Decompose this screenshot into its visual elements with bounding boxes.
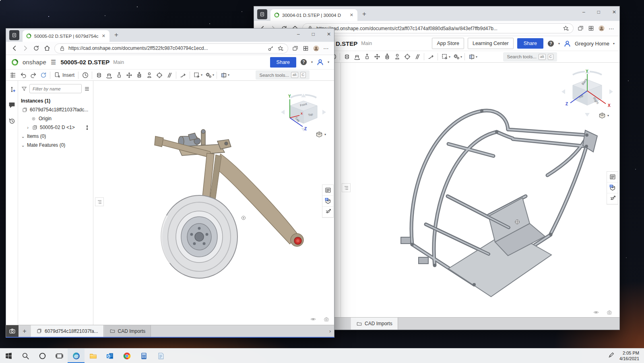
- mate-parallel-icon[interactable]: [164, 70, 174, 80]
- model-viewport[interactable]: Front Left Top Y Z X ▾: [93, 81, 334, 325]
- doc-tab-assembly[interactable]: 6079d754c18ff21037fa...: [31, 325, 104, 337]
- feature-list-icon[interactable]: [322, 185, 333, 196]
- more-icon[interactable]: ⋯: [323, 45, 329, 51]
- tree-item-mate-features[interactable]: ⌄ Mate Features (0): [21, 141, 90, 150]
- notepad-icon[interactable]: [152, 349, 169, 363]
- filter-input[interactable]: [29, 84, 82, 93]
- extensions-icon[interactable]: [588, 25, 594, 32]
- outlook-icon[interactable]: [101, 349, 118, 363]
- browser-tab[interactable]: 30004-01 D.STEP | 30004 D ✕: [270, 9, 357, 21]
- key-icon[interactable]: [267, 45, 274, 52]
- mate-parallel-icon[interactable]: [412, 52, 422, 62]
- animate-icon[interactable]: [80, 70, 90, 80]
- chevron-right-icon[interactable]: ›: [26, 125, 30, 130]
- mate-ball-icon[interactable]: [154, 70, 164, 80]
- comment-icon[interactable]: [7, 100, 17, 110]
- tab-actions-icon[interactable]: [257, 9, 267, 19]
- help-icon[interactable]: ?: [300, 58, 308, 66]
- chevron-down-icon[interactable]: ▾: [311, 60, 313, 64]
- tools-group-icon[interactable]: [203, 70, 213, 80]
- mate-planar-icon[interactable]: [372, 52, 382, 62]
- chevron-down-icon[interactable]: ▾: [328, 60, 329, 64]
- user-avatar-icon[interactable]: [316, 58, 324, 66]
- workspace-name[interactable]: Main: [113, 59, 124, 65]
- camera-icon[interactable]: [6, 325, 19, 337]
- view-options-cube-icon[interactable]: ▾: [598, 112, 609, 119]
- minimize-button[interactable]: –: [297, 31, 300, 37]
- feature-list-icon[interactable]: [607, 172, 618, 183]
- section-group-icon[interactable]: [219, 70, 229, 80]
- units-scale-icon[interactable]: [323, 316, 330, 322]
- more-icon[interactable]: ⋯: [609, 25, 615, 32]
- user-name[interactable]: Gregory Horne: [575, 41, 609, 47]
- search-icon[interactable]: [17, 349, 34, 363]
- chevron-down-icon[interactable]: ▾: [213, 73, 214, 77]
- help-icon[interactable]: ?: [547, 40, 555, 47]
- calculator-icon[interactable]: [135, 349, 152, 363]
- mate-tangent-icon[interactable]: [426, 52, 436, 62]
- filter-icon[interactable]: [21, 86, 27, 92]
- chevron-down-icon[interactable]: ▾: [613, 42, 615, 45]
- chevron-down-icon[interactable]: ⌄: [21, 134, 25, 139]
- mate-connector-icon[interactable]: [84, 125, 90, 131]
- profile-avatar[interactable]: [598, 25, 605, 32]
- tab-actions-icon[interactable]: [9, 30, 19, 40]
- file-explorer-icon[interactable]: [85, 349, 101, 363]
- appearance-icon[interactable]: [607, 183, 618, 193]
- extensions-icon[interactable]: [302, 45, 309, 52]
- mate-pin-slot-icon[interactable]: [144, 70, 154, 80]
- mate-tangent-icon[interactable]: [178, 70, 188, 80]
- mate-cylindrical-icon[interactable]: [134, 70, 144, 80]
- units-scale-icon[interactable]: [606, 309, 613, 316]
- redo-icon[interactable]: [28, 70, 38, 80]
- home-icon[interactable]: [43, 45, 51, 52]
- mate-ball-icon[interactable]: [402, 52, 412, 62]
- browser-tab[interactable]: 50005-02 D.STEP | 6079d754c18 ✕: [23, 30, 109, 42]
- doc-tab-cad-imports[interactable]: CAD Imports: [104, 325, 151, 337]
- search-tools[interactable]: Search tools... alt C: [256, 70, 310, 80]
- tree-item-origin[interactable]: Origin: [21, 114, 90, 123]
- section-group-icon[interactable]: [466, 52, 477, 62]
- favorites-icon[interactable]: [562, 25, 569, 32]
- add-tab-button[interactable]: +: [19, 325, 31, 337]
- share-button[interactable]: Share: [517, 38, 543, 49]
- explode-icon[interactable]: [607, 193, 618, 204]
- assembly-tree-icon[interactable]: [8, 70, 18, 80]
- tab-close-icon[interactable]: ✕: [101, 33, 106, 39]
- task-view-icon[interactable]: [51, 349, 68, 363]
- collections-icon[interactable]: [292, 45, 299, 52]
- mate-planar-icon[interactable]: [124, 70, 134, 80]
- share-button[interactable]: Share: [270, 57, 296, 68]
- mate-fastened-icon[interactable]: [342, 52, 352, 62]
- model-viewport[interactable]: Back Top Right Y Z X ▾: [341, 63, 619, 317]
- search-tools[interactable]: Search tools... alt C: [503, 52, 557, 62]
- tabs-overflow-icon[interactable]: ›: [326, 325, 334, 337]
- mate-revolute-icon[interactable]: [352, 52, 362, 62]
- chassis-frame-model[interactable]: [387, 95, 613, 304]
- menu-icon[interactable]: ☰: [51, 59, 56, 66]
- profile-avatar[interactable]: [313, 45, 320, 52]
- forward-icon[interactable]: [22, 45, 29, 52]
- favorites-icon[interactable]: [277, 45, 284, 52]
- appearance-icon[interactable]: [322, 196, 333, 207]
- learning-center-button[interactable]: Learning Center: [468, 38, 514, 49]
- tree-item-items[interactable]: ⌄ Items (0): [21, 132, 90, 141]
- view-options-cube-icon[interactable]: ▾: [315, 131, 326, 138]
- workspace-name[interactable]: Main: [361, 41, 372, 46]
- mate-revolute-icon[interactable]: [104, 70, 114, 80]
- chevron-down-icon[interactable]: ▾: [228, 73, 229, 77]
- app-store-button[interactable]: App Store: [432, 38, 464, 49]
- refresh-icon[interactable]: [33, 45, 40, 52]
- explode-icon[interactable]: [322, 207, 333, 217]
- close-button[interactable]: ✕: [612, 9, 616, 15]
- mate-connector-icon[interactable]: [7, 85, 17, 94]
- select-group-icon[interactable]: [192, 70, 202, 80]
- new-tab-button[interactable]: +: [362, 10, 366, 18]
- edge-icon[interactable]: [68, 349, 85, 363]
- select-group-icon[interactable]: [440, 52, 450, 62]
- chevron-down-icon[interactable]: ▾: [449, 55, 450, 59]
- back-icon[interactable]: [11, 45, 18, 52]
- cortana-icon[interactable]: [34, 349, 51, 363]
- list-view-icon[interactable]: [84, 86, 90, 92]
- chevron-down-icon[interactable]: ▾: [558, 42, 560, 45]
